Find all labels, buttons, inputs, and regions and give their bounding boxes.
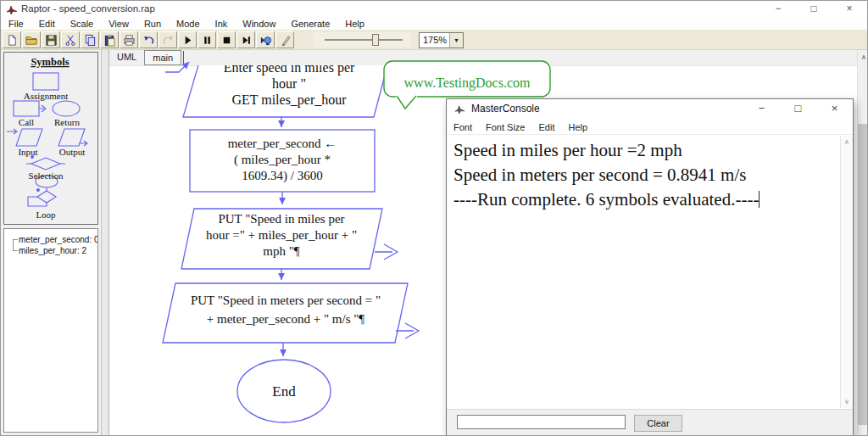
assignment-symbol[interactable]: meter_per_second ← ( miles_per_hour * 16… (190, 130, 375, 192)
output-symbol-1[interactable]: PUT "Speed in miles per hour =" + miles_… (181, 209, 398, 269)
zoom-value: 175% (423, 35, 447, 45)
console-output: Speed in miles per hour =2 mph Speed in … (447, 136, 840, 408)
zoom-combobox[interactable]: 175% ▼ (419, 32, 464, 48)
menu-view[interactable]: View (101, 19, 136, 29)
maximize-icon[interactable]: □ (796, 1, 832, 17)
raptor-window: Raptor - speed_conversion.rap − □ × File… (0, 0, 868, 436)
toolbar: 175% ▼ (1, 30, 867, 50)
print-button[interactable] (120, 31, 138, 48)
clear-button[interactable]: Clear (634, 415, 682, 432)
variables-watch-panel: meter_per_second: 0.8941 miles_per_hour:… (3, 228, 98, 433)
menu-ink[interactable]: Ink (208, 19, 236, 29)
end-label: End (272, 383, 296, 400)
maximize-icon[interactable]: □ (780, 99, 816, 118)
scrollbar-thumb[interactable] (858, 124, 868, 425)
menu-mode[interactable]: Mode (169, 19, 208, 29)
menu-generate[interactable]: Generate (283, 19, 337, 29)
paste-icon (103, 34, 116, 47)
close-icon[interactable]: × (816, 99, 853, 118)
zoom-slider-track[interactable] (325, 39, 403, 41)
menu-help[interactable]: Help (337, 19, 372, 29)
scissors-icon (64, 34, 77, 47)
console-menu-edit[interactable]: Edit (531, 122, 561, 132)
call-label: Call (19, 117, 34, 127)
cut-button[interactable] (61, 31, 80, 48)
master-console-window: MasterConsole − □ × Font Font Size Edit … (446, 98, 854, 436)
console-menu-font-size[interactable]: Font Size (479, 122, 531, 132)
tab-main[interactable]: main (144, 50, 181, 65)
output2-text-line1: PUT "Speed in meters per second = " (191, 293, 381, 307)
tab-divider (183, 51, 184, 64)
call-symbol-icon[interactable] (14, 101, 46, 116)
pen-icon (279, 34, 292, 47)
chevron-down-icon[interactable]: ▼ (449, 33, 463, 48)
return-label: Return (54, 117, 80, 127)
stop-button[interactable] (217, 31, 236, 48)
pause-icon (201, 34, 214, 47)
tree-line (13, 250, 18, 251)
assignment-symbol-icon[interactable] (33, 73, 58, 90)
save-button[interactable] (42, 31, 60, 48)
input-text-line2: hour " (272, 76, 306, 91)
pause-button[interactable] (198, 31, 216, 48)
menu-file[interactable]: File (1, 19, 31, 29)
input-text-line3: GET miles_per_hour (231, 92, 347, 108)
console-menu-bar: Font Font Size Edit Help (447, 120, 853, 135)
end-symbol[interactable]: End (237, 360, 331, 422)
output-symbol-icon[interactable] (58, 129, 87, 146)
selection-symbol-icon[interactable] (26, 156, 65, 170)
tree-line (13, 239, 14, 251)
symbols-panel: Symbols (3, 52, 98, 225)
menu-edit[interactable]: Edit (31, 19, 63, 29)
printer-icon (123, 34, 136, 47)
new-file-button[interactable] (3, 31, 21, 48)
save-floppy-icon (45, 34, 58, 47)
console-menu-font[interactable]: Font (447, 122, 479, 132)
run-to-input-button[interactable] (256, 31, 275, 48)
redo-button[interactable] (159, 31, 177, 48)
zoom-slider-thumb[interactable] (372, 34, 379, 46)
return-symbol-icon[interactable] (53, 101, 80, 116)
menu-scale[interactable]: Scale (63, 19, 102, 29)
step-to-next-button[interactable] (236, 31, 255, 48)
ink-pen-button[interactable] (275, 31, 294, 48)
variable-miles-per-hour: miles_per_hour: 2 (19, 246, 86, 255)
console-line: Speed in meters per second = 0.8941 m/s (453, 163, 840, 187)
scroll-up-icon[interactable]: ∧ (841, 138, 853, 146)
scroll-up-icon[interactable]: ∧ (858, 53, 868, 61)
tab-strip: UML main (109, 50, 184, 65)
console-menu-help[interactable]: Help (561, 122, 594, 132)
output-label: Output (59, 147, 86, 157)
open-file-button[interactable] (22, 31, 41, 48)
output-symbol-2[interactable]: PUT "Speed in meters per second = " + me… (163, 283, 419, 343)
close-icon[interactable]: × (832, 1, 867, 17)
copy-button[interactable] (81, 31, 99, 48)
menu-window[interactable]: Window (235, 19, 283, 29)
step-forward-icon (240, 34, 253, 47)
scroll-down-icon[interactable]: ∨ (841, 398, 853, 405)
undo-button[interactable] (139, 31, 158, 48)
minimize-icon[interactable]: − (743, 99, 780, 118)
assignment-label: Assignment (24, 91, 69, 101)
raptor-app-icon (454, 103, 465, 115)
open-folder-icon (25, 34, 38, 47)
assignment-text-line1: meter_per_second ← (228, 137, 337, 150)
console-title: MasterConsole (471, 103, 540, 115)
output1-text-line1: PUT "Speed in miles per (218, 212, 344, 226)
console-input[interactable] (457, 415, 626, 429)
zoom-slider (313, 32, 411, 48)
canvas-vertical-scrollbar[interactable]: ∧ (857, 50, 868, 436)
run-button[interactable] (178, 31, 197, 48)
tab-uml[interactable]: UML (109, 50, 144, 65)
console-line: Speed in miles per hour =2 mph (453, 138, 840, 163)
minimize-icon[interactable]: − (760, 1, 796, 17)
output1-text-line2: hour =" + miles_per_hour + " (206, 228, 357, 242)
paste-button[interactable] (100, 31, 119, 48)
sidebar-splitter[interactable] (101, 50, 109, 436)
console-vertical-scrollbar[interactable]: ∧ ∨ (840, 136, 853, 408)
sidebar: Symbols (1, 50, 101, 436)
symbols-title: Symbols (31, 56, 69, 68)
redo-icon (162, 34, 175, 47)
menu-run[interactable]: Run (136, 19, 169, 29)
input-symbol-icon[interactable] (7, 129, 42, 146)
